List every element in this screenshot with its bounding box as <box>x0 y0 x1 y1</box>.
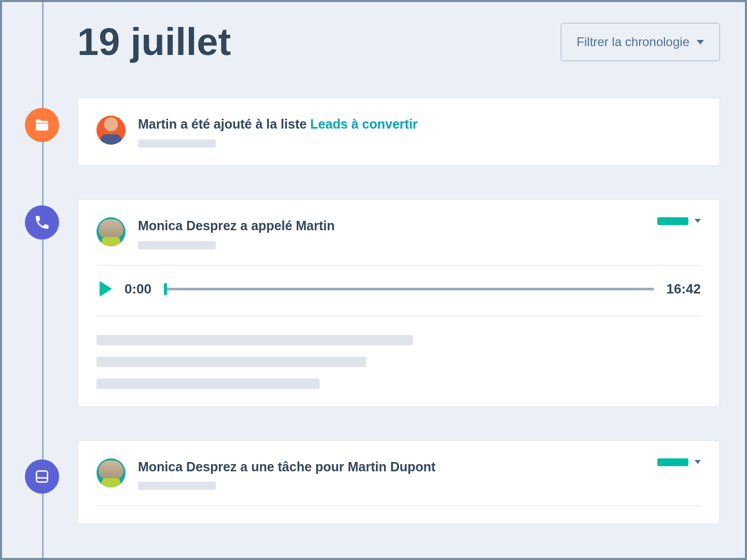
filter-timeline-label: Filtrer la chronologie <box>577 35 689 49</box>
divider <box>96 316 701 316</box>
page-title: 19 juillet <box>77 23 231 61</box>
card-menu-caret[interactable] <box>695 219 701 223</box>
list-link[interactable]: Leads à convertir <box>310 117 418 131</box>
audio-seek-cursor[interactable] <box>164 283 167 295</box>
transcript-placeholder <box>96 335 701 389</box>
note-icon <box>34 468 50 485</box>
timeline-card-call: Monica Desprez a appelé Martin 0:00 16:4… <box>77 199 720 407</box>
avatar <box>96 217 126 246</box>
avatar <box>96 116 126 145</box>
card-title: Monica Desprez a appelé Martin <box>138 217 645 235</box>
audio-seek-track[interactable] <box>164 288 654 290</box>
meta-placeholder <box>138 139 216 148</box>
placeholder-line <box>96 335 413 345</box>
divider <box>96 506 701 506</box>
card-title-prefix: Martin a été ajouté à la liste <box>138 117 310 131</box>
placeholder-line <box>96 379 320 389</box>
avatar <box>96 458 126 487</box>
placeholder-line <box>96 357 366 367</box>
status-badge <box>657 458 688 466</box>
meta-placeholder <box>138 482 216 490</box>
status-badge <box>657 217 688 225</box>
timeline-card-task: Monica Desprez a une tâche pour Martin D… <box>77 440 720 525</box>
filter-timeline-button[interactable]: Filtrer la chronologie <box>561 23 720 61</box>
card-title: Monica Desprez a une tâche pour Martin D… <box>138 458 645 476</box>
timeline-icon-note <box>25 459 59 494</box>
divider <box>96 265 701 265</box>
phone-icon <box>34 214 50 231</box>
audio-current-time: 0:00 <box>125 281 151 297</box>
meta-placeholder <box>138 241 216 249</box>
chevron-down-icon <box>697 40 704 45</box>
card-menu-caret[interactable] <box>695 460 701 464</box>
timeline-card-list: Martin a été ajouté à la liste Leads à c… <box>77 97 720 166</box>
header-row: 19 juillet Filtrer la chronologie <box>77 23 720 61</box>
play-button[interactable] <box>100 281 112 297</box>
audio-duration: 16:42 <box>667 281 701 297</box>
folder-icon <box>34 117 50 133</box>
timeline-icon-folder <box>25 108 59 142</box>
audio-player: 0:00 16:42 <box>96 278 701 300</box>
card-title: Martin a été ajouté à la liste Leads à c… <box>138 116 701 133</box>
timeline-icon-phone <box>25 205 59 240</box>
